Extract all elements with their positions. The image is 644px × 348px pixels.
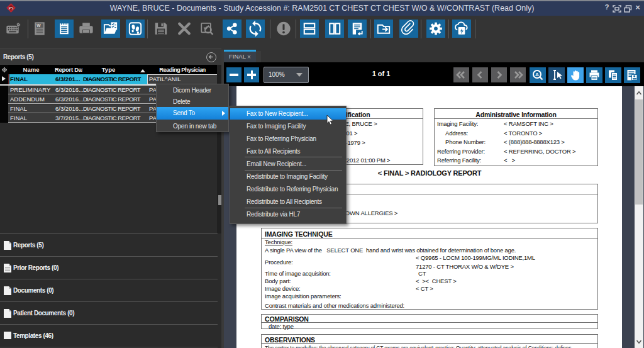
svg-text:W: W [36, 23, 41, 28]
svg-text:A: A [535, 72, 539, 77]
